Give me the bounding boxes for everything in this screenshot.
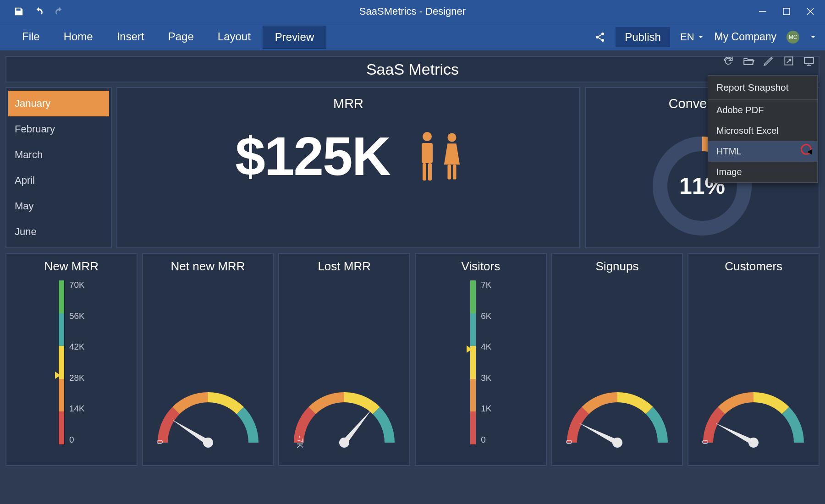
month-march[interactable]: March <box>8 142 109 168</box>
share-icon[interactable] <box>594 32 605 43</box>
metric-new-mrr: New MRR70K56K42K28K14K0 <box>6 253 138 466</box>
pencil-icon[interactable] <box>763 55 775 67</box>
vbar-tick: 6K <box>481 311 491 321</box>
svg-point-5 <box>596 36 599 38</box>
svg-rect-1 <box>783 8 790 15</box>
person-male-icon <box>418 131 437 181</box>
vbar-tick: 28K <box>69 373 85 383</box>
menubar: FileHomeInsertPageLayoutPreview Publish … <box>0 23 825 50</box>
vbar-tick: 56K <box>69 311 85 321</box>
metric-signups: Signups0 <box>551 253 683 466</box>
gauge-tick-low: -7K <box>295 435 304 448</box>
language-selector[interactable]: EN <box>680 31 704 43</box>
refresh-icon[interactable] <box>722 55 734 67</box>
close-icon[interactable] <box>805 6 816 17</box>
vbar-tick: 1K <box>481 404 491 414</box>
month-june[interactable]: June <box>8 219 109 245</box>
svg-point-6 <box>601 39 604 42</box>
export-menu-header: Report Snapshot <box>708 76 817 100</box>
export-icon[interactable] <box>783 55 795 67</box>
vertical-bar <box>470 280 476 445</box>
svg-point-9 <box>423 132 432 141</box>
metric-title: Visitors <box>461 259 500 274</box>
titlebar: SaaSMetrics - Designer <box>0 0 825 23</box>
preview-toolstrip <box>722 55 815 67</box>
export-menu: Report Snapshot Adobe PDFMicrosoft Excel… <box>708 75 818 183</box>
gauge <box>694 372 813 454</box>
menu-insert[interactable]: Insert <box>105 26 156 49</box>
present-icon[interactable] <box>803 55 815 67</box>
open-folder-icon[interactable] <box>742 55 754 67</box>
mrr-title: MRR <box>333 96 363 111</box>
metric-customers: Customers0 <box>688 253 820 466</box>
export-item-adobe-pdf[interactable]: Adobe PDF <box>708 100 817 121</box>
avatar[interactable]: MC <box>786 31 799 44</box>
maximize-icon[interactable] <box>781 6 792 17</box>
metric-title: Customers <box>725 259 782 274</box>
svg-point-18 <box>203 438 213 448</box>
mrr-card: MRR $125K <box>116 87 580 248</box>
month-february[interactable]: February <box>8 116 109 142</box>
svg-rect-15 <box>453 164 456 179</box>
designer-canvas: Report Snapshot Adobe PDFMicrosoft Excel… <box>0 50 825 471</box>
avatar-chevron-icon[interactable] <box>809 33 817 41</box>
metric-title: New MRR <box>44 259 99 274</box>
vbar-tick: 3K <box>481 373 491 383</box>
vbar-tick: 4K <box>481 342 491 352</box>
chevron-down-icon <box>697 33 704 41</box>
svg-rect-8 <box>804 57 814 63</box>
svg-rect-12 <box>428 163 432 181</box>
month-january[interactable]: January <box>8 91 109 116</box>
menu-file[interactable]: File <box>10 26 52 49</box>
vbar-tick: 70K <box>69 280 85 290</box>
svg-point-21 <box>748 438 759 448</box>
metric-net-new-mrr: Net new MRR0 <box>142 253 274 466</box>
vbar-tick: 0 <box>481 435 491 445</box>
gauge-tick-low: 0 <box>563 439 573 444</box>
person-female-icon <box>442 131 462 181</box>
menu-home[interactable]: Home <box>52 26 105 49</box>
company-label: My Company <box>715 31 776 43</box>
gauge-tick-low: 0 <box>154 439 164 444</box>
menu-preview[interactable]: Preview <box>263 26 326 49</box>
people-icon <box>418 131 462 181</box>
mrr-value: $125K <box>235 125 390 187</box>
month-april[interactable]: April <box>8 168 109 193</box>
svg-rect-11 <box>423 163 426 181</box>
save-icon[interactable] <box>14 6 24 16</box>
svg-rect-14 <box>447 164 451 179</box>
menu-page[interactable]: Page <box>156 26 206 49</box>
metric-visitors: Visitors7K6K4K3K1K0 <box>415 253 547 466</box>
dashboard-title: SaaS Metrics <box>6 56 820 82</box>
svg-point-20 <box>612 438 622 448</box>
gauge <box>558 372 677 454</box>
window-title: SaaSMetrics - Designer <box>359 5 466 17</box>
vbar-tick: 42K <box>69 342 85 352</box>
publish-button[interactable]: Publish <box>616 27 670 47</box>
svg-point-4 <box>601 33 604 35</box>
svg-point-19 <box>339 438 349 448</box>
export-item-image[interactable]: Image <box>708 162 817 182</box>
undo-icon[interactable] <box>34 6 44 16</box>
svg-rect-10 <box>422 143 433 163</box>
minimize-icon[interactable] <box>757 6 768 17</box>
menu-layout[interactable]: Layout <box>206 26 263 49</box>
month-may[interactable]: May <box>8 193 109 219</box>
gauge <box>148 372 268 454</box>
month-picker: JanuaryFebruaryMarchAprilMayJuneJulyAugu… <box>6 87 112 248</box>
metric-title: Lost MRR <box>318 259 371 274</box>
metric-title: Signups <box>596 259 639 274</box>
export-item-html[interactable]: HTML <box>708 141 817 162</box>
gauge-tick-low: 0 <box>700 439 710 444</box>
svg-point-13 <box>447 133 456 142</box>
redo-icon[interactable] <box>54 6 64 16</box>
metric-title: Net new MRR <box>171 259 245 274</box>
vertical-bar <box>58 280 65 445</box>
vbar-tick: 0 <box>69 435 85 445</box>
language-label: EN <box>680 31 694 43</box>
vbar-tick: 14K <box>69 404 85 414</box>
metrics-row: New MRR70K56K42K28K14K0Net new MRR0Lost … <box>6 253 820 466</box>
export-item-microsoft-excel[interactable]: Microsoft Excel <box>708 121 817 141</box>
vbar-tick: 7K <box>481 280 491 290</box>
metric-lost-mrr: Lost MRR-7K <box>278 253 410 466</box>
